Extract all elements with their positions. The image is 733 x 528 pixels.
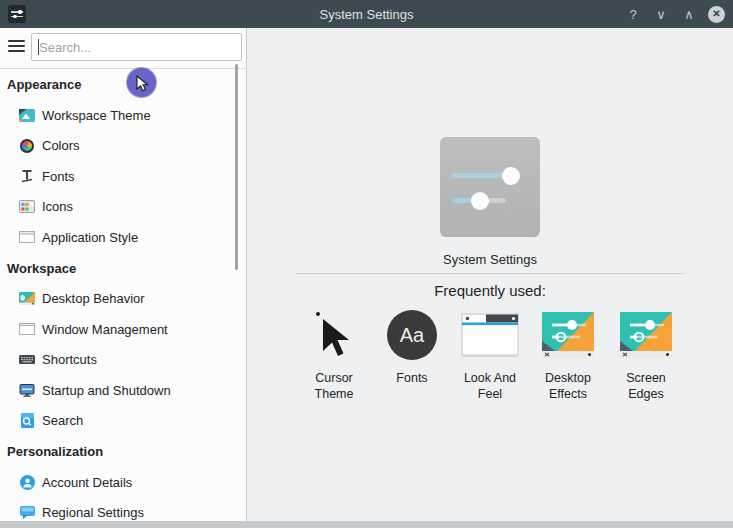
sidebar-item-label: Workspace Theme (42, 108, 151, 123)
sidebar-item-label: Startup and Shutdown (42, 383, 171, 398)
startup-shutdown-monitor-icon (19, 382, 35, 398)
app-sliders-icon (8, 5, 26, 23)
sidebar-item-startup-shutdown[interactable]: Startup and Shutdown (0, 375, 246, 406)
shortcut-label: Fonts (376, 371, 448, 387)
icons-icon (19, 199, 35, 215)
screen-edges-icon (620, 312, 672, 358)
text-caret (38, 39, 39, 55)
shortcut-label: Screen Edges (610, 371, 682, 402)
window-bottom-edge (0, 521, 733, 528)
shortcut-label: Look And Feel (454, 371, 526, 402)
titlebar[interactable]: System Settings ? ∨ ∧ ✕ (0, 0, 733, 28)
shortcut-label: Cursor Theme (298, 371, 370, 402)
sidebar-item-desktop-behavior[interactable]: Desktop Behavior (0, 284, 246, 315)
sidebar-item-search[interactable]: Search (0, 406, 246, 437)
maximize-button[interactable]: ∧ (680, 5, 698, 23)
window-management-icon (19, 321, 35, 337)
shortcut-fonts[interactable]: Aa Fonts (374, 308, 451, 402)
colors-icon (19, 138, 35, 154)
application-style-icon (19, 229, 35, 245)
sidebar-item-label: Search (42, 413, 83, 428)
sidebar-item-label: Fonts (42, 169, 75, 184)
sidebar-item-label: Colors (42, 138, 80, 153)
section-header-workspace: Workspace (0, 253, 246, 284)
sidebar-item-application-style[interactable]: Application Style (0, 222, 246, 253)
shortcut-screen-edges[interactable]: Screen Edges (608, 308, 685, 402)
sidebar-item-workspace-theme[interactable]: Workspace Theme (0, 100, 246, 131)
window-body: Appearance Workspace Theme Colors (0, 28, 733, 521)
desktop-behavior-icon (19, 291, 35, 307)
fonts-badge-icon: Aa (387, 310, 437, 360)
frequently-used-row: Cursor Theme Aa Fonts (247, 308, 733, 402)
system-settings-hero-icon (440, 137, 540, 237)
sidebar-item-colors[interactable]: Colors (0, 131, 246, 162)
close-button[interactable]: ✕ (708, 6, 725, 23)
search-input[interactable] (31, 33, 242, 61)
hamburger-menu-icon[interactable] (8, 40, 25, 53)
sidebar: Appearance Workspace Theme Colors (0, 28, 247, 521)
hero-block: System Settings (247, 28, 733, 267)
section-header-appearance: Appearance (0, 69, 246, 100)
sidebar-item-label: Account Details (42, 475, 132, 490)
sidebar-item-label: Desktop Behavior (42, 291, 145, 306)
shortcut-desktop-effects[interactable]: Desktop Effects (530, 308, 607, 402)
sidebar-item-icons[interactable]: Icons (0, 192, 246, 223)
shortcuts-keyboard-icon (19, 352, 35, 368)
minimize-button[interactable]: ∨ (652, 5, 670, 23)
fonts-icon (19, 168, 35, 184)
search-document-icon (19, 413, 35, 429)
look-and-feel-icon (461, 311, 519, 359)
sidebar-item-shortcuts[interactable]: Shortcuts (0, 345, 246, 376)
sidebar-item-label: Shortcuts (42, 352, 97, 367)
shortcut-cursor-theme[interactable]: Cursor Theme (296, 308, 373, 402)
sidebar-item-window-management[interactable]: Window Management (0, 314, 246, 345)
fonts-badge-text: Aa (400, 324, 424, 347)
sidebar-item-account-details[interactable]: Account Details (0, 467, 246, 498)
hero-label: System Settings (247, 252, 733, 267)
main-divider (295, 273, 685, 274)
sidebar-item-label: Regional Settings (42, 505, 144, 520)
section-header-personalization: Personalization (0, 436, 246, 467)
sidebar-item-fonts[interactable]: Fonts (0, 161, 246, 192)
shortcut-look-and-feel[interactable]: Look And Feel (452, 308, 529, 402)
sidebar-scrollbar-thumb[interactable] (235, 64, 238, 270)
sidebar-item-label: Window Management (42, 322, 168, 337)
help-button[interactable]: ? (624, 5, 642, 23)
sidebar-item-label: Icons (42, 199, 73, 214)
shortcut-label: Desktop Effects (532, 371, 604, 402)
account-details-user-icon (19, 474, 35, 490)
workspace-theme-icon (19, 107, 35, 123)
sidebar-item-label: Application Style (42, 230, 138, 245)
sidebar-search-row (0, 28, 246, 68)
main-view: System Settings Frequently used: Cursor … (247, 28, 733, 521)
cursor-theme-icon (314, 309, 354, 361)
frequently-used-heading: Frequently used: (247, 282, 733, 299)
regional-settings-chat-icon (19, 505, 35, 521)
desktop-effects-icon (542, 312, 594, 358)
